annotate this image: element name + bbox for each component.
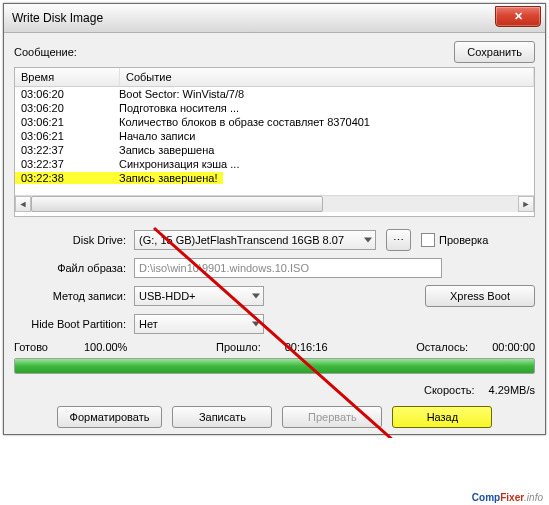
log-time: 03:22:38 <box>15 172 113 184</box>
remain-label: Осталось: <box>416 341 468 353</box>
remain-value: 00:00:00 <box>492 341 535 353</box>
log-row[interactable]: 03:06:21Количество блоков в образе соста… <box>15 115 534 129</box>
image-file-field[interactable] <box>134 258 442 278</box>
col-time-header[interactable]: Время <box>15 68 120 86</box>
log-event: Количество блоков в образе составляет 83… <box>113 116 534 128</box>
speed-value: 4.29MB/s <box>489 384 535 396</box>
close-button[interactable]: ✕ <box>495 6 541 27</box>
chevron-down-icon <box>364 238 372 243</box>
hide-boot-value: Нет <box>139 318 158 330</box>
speed-label: Скорость: <box>424 384 475 396</box>
dialog-window: Write Disk Image ✕ Сообщение: Сохранить … <box>3 3 546 435</box>
close-icon: ✕ <box>514 10 523 23</box>
log-time: 03:06:20 <box>15 102 113 114</box>
write-method-label: Метод записи: <box>14 290 134 302</box>
log-event: Синхронизация кэша ... <box>113 158 534 170</box>
save-button[interactable]: Сохранить <box>454 41 535 63</box>
verify-checkbox[interactable]: Проверка <box>421 233 488 247</box>
xpress-boot-button[interactable]: Xpress Boot <box>425 285 535 307</box>
col-event-header[interactable]: Событие <box>120 68 534 86</box>
scroll-right-arrow-icon[interactable]: ► <box>518 196 534 212</box>
log-time: 03:22:37 <box>15 144 113 156</box>
log-event: Запись завершена <box>113 144 534 156</box>
log-time: 03:06:21 <box>15 116 113 128</box>
log-listview[interactable]: Время Событие 03:06:20Boot Sector: WinVi… <box>14 67 535 217</box>
log-event: Подготовка носителя ... <box>113 102 534 114</box>
scroll-left-arrow-icon[interactable]: ◄ <box>15 196 31 212</box>
progress-bar <box>14 358 535 374</box>
write-button[interactable]: Записать <box>172 406 272 428</box>
titlebar[interactable]: Write Disk Image ✕ <box>4 4 545 33</box>
log-row[interactable]: 03:06:20Подготовка носителя ... <box>15 101 534 115</box>
log-row[interactable]: 03:22:37Запись завершена <box>15 143 534 157</box>
log-event: Начало записи <box>113 130 534 142</box>
log-time: 03:06:21 <box>15 130 113 142</box>
chevron-down-icon <box>252 322 260 327</box>
log-header: Время Событие <box>15 68 534 87</box>
abort-button[interactable]: Прервать <box>282 406 382 428</box>
progress-fill <box>15 359 534 373</box>
percent-value: 100.00% <box>84 341 127 353</box>
checkbox-box-icon <box>421 233 435 247</box>
log-row[interactable]: 03:06:20Boot Sector: WinVista/7/8 <box>15 87 534 101</box>
message-label: Сообщение: <box>14 46 77 58</box>
refresh-button[interactable]: ⋯ <box>386 229 411 251</box>
format-button[interactable]: Форматировать <box>57 406 163 428</box>
write-method-combo[interactable]: USB-HDD+ <box>134 286 264 306</box>
disk-drive-value: (G:, 15 GB)JetFlashTranscend 16GB 8.07 <box>139 234 344 246</box>
disk-drive-label: Disk Drive: <box>14 234 134 246</box>
log-row[interactable]: 03:22:37Синхронизация кэша ... <box>15 157 534 171</box>
window-title: Write Disk Image <box>4 11 103 25</box>
horizontal-scrollbar[interactable]: ◄ ► <box>15 195 534 212</box>
elapsed-value: 00:16:16 <box>285 341 328 353</box>
scroll-thumb[interactable] <box>31 196 323 212</box>
log-row[interactable]: 03:22:38Запись завершена! <box>15 171 534 185</box>
log-time: 03:06:20 <box>15 88 113 100</box>
elapsed-label: Прошло: <box>216 341 261 353</box>
back-button[interactable]: Назад <box>392 406 492 428</box>
write-method-value: USB-HDD+ <box>139 290 196 302</box>
hide-boot-label: Hide Boot Partition: <box>14 318 134 330</box>
log-time: 03:22:37 <box>15 158 113 170</box>
image-file-label: Файл образа: <box>14 262 134 274</box>
log-row[interactable]: 03:06:21Начало записи <box>15 129 534 143</box>
hide-boot-combo[interactable]: Нет <box>134 314 264 334</box>
log-event: Boot Sector: WinVista/7/8 <box>113 88 534 100</box>
verify-label: Проверка <box>439 234 488 246</box>
log-event: Запись завершена! <box>113 172 223 184</box>
ready-label: Готово <box>14 341 48 353</box>
chevron-down-icon <box>252 294 260 299</box>
disk-drive-combo[interactable]: (G:, 15 GB)JetFlashTranscend 16GB 8.07 <box>134 230 376 250</box>
